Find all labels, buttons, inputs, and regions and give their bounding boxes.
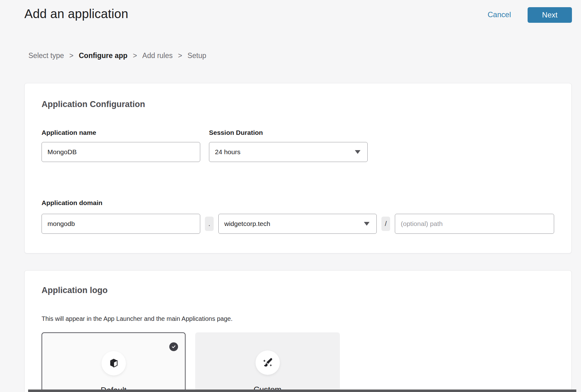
session-duration-select[interactable]: 24 hours xyxy=(209,142,368,162)
domain-select[interactable]: widgetcorp.tech xyxy=(218,214,377,234)
logo-card-description: This will appear in the App Launcher and… xyxy=(42,315,233,322)
config-card-title: Application Configuration xyxy=(42,100,145,109)
breadcrumb: Select type > Configure app > Add rules … xyxy=(28,51,206,60)
logo-option-custom[interactable]: Custom xyxy=(195,332,340,392)
breadcrumb-separator: > xyxy=(178,51,182,60)
logo-options: Default Custom xyxy=(42,332,340,392)
page-title: Add an application xyxy=(24,7,128,21)
path-input[interactable] xyxy=(395,214,554,234)
application-configuration-card: Application Configuration Application na… xyxy=(24,83,572,253)
chevron-down-icon xyxy=(355,150,360,154)
logo-option-default[interactable]: Default xyxy=(42,332,186,392)
cancel-button[interactable]: Cancel xyxy=(488,10,511,19)
chevron-down-icon xyxy=(364,222,370,226)
logo-card-title: Application logo xyxy=(42,286,107,295)
custom-logo-circle xyxy=(256,350,280,375)
application-domain-row: . widgetcorp.tech / xyxy=(42,214,554,234)
selected-check-icon xyxy=(169,342,178,351)
subdomain-input[interactable] xyxy=(42,214,200,234)
step-select-type[interactable]: Select type xyxy=(28,51,64,60)
application-logo-card: Application logo This will appear in the… xyxy=(24,270,572,392)
slash-separator: / xyxy=(381,217,390,231)
cube-icon xyxy=(107,357,120,370)
domain-value: widgetcorp.tech xyxy=(224,220,270,228)
next-button[interactable]: Next xyxy=(528,7,572,23)
step-add-rules[interactable]: Add rules xyxy=(142,51,173,60)
session-duration-value: 24 hours xyxy=(215,148,241,156)
session-duration-label: Session Duration xyxy=(209,129,263,136)
application-name-input[interactable] xyxy=(42,142,200,162)
default-logo-circle xyxy=(102,351,126,375)
horizontal-scrollbar[interactable] xyxy=(28,390,576,392)
dot-separator: . xyxy=(205,217,214,231)
application-domain-label: Application domain xyxy=(42,199,102,207)
breadcrumb-separator: > xyxy=(133,51,137,60)
paintbrush-icon xyxy=(261,356,274,369)
step-configure-app[interactable]: Configure app xyxy=(79,51,127,60)
breadcrumb-separator: > xyxy=(69,51,73,60)
application-name-label: Application name xyxy=(42,129,96,136)
step-setup[interactable]: Setup xyxy=(187,51,206,60)
add-application-page: Add an application Cancel Next Select ty… xyxy=(0,0,581,392)
